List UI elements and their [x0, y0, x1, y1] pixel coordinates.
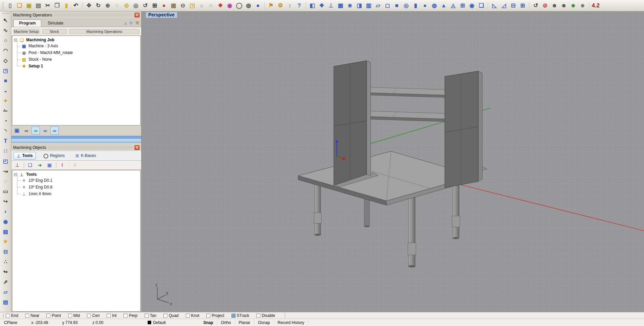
rotate-face-icon[interactable]: ↺: [531, 1, 540, 10]
osnap-toggle[interactable]: End: [6, 313, 18, 318]
polygon-icon[interactable]: ◇: [1, 56, 10, 66]
toolbar-grip[interactable]: [2, 2, 4, 10]
tab-k-bases[interactable]: ≣ K-Bases: [72, 152, 99, 160]
madcam-version-icon[interactable]: 4.2: [591, 1, 600, 10]
close-machining-objects-button[interactable]: x: [135, 145, 140, 150]
print-icon[interactable]: ▤: [34, 1, 43, 10]
osnap-toggle[interactable]: Disable: [256, 313, 275, 318]
zoom-dynamic-icon[interactable]: ⊕: [103, 1, 112, 10]
point-circles-icon[interactable]: ∴: [1, 257, 10, 267]
status-toggle[interactable]: Ortho: [220, 320, 232, 325]
undo-icon[interactable]: ↶: [71, 1, 80, 10]
pan-icon[interactable]: ✥: [84, 1, 94, 10]
move-copy-icon[interactable]: ⇗: [1, 277, 10, 287]
extrude-box-icon[interactable]: ◰: [1, 156, 10, 166]
car-named-view-icon[interactable]: ●: [159, 1, 169, 10]
surface-sweep-icon[interactable]: ◨: [355, 1, 364, 10]
osnap-toggle[interactable]: Project: [206, 313, 224, 318]
toolpath-points-icon[interactable]: ∞: [22, 126, 31, 134]
circle-icon[interactable]: ○: [1, 36, 10, 46]
osnap-checkbox[interactable]: [206, 314, 210, 318]
osnap-checkbox[interactable]: [256, 314, 260, 318]
render-shield-icon[interactable]: ❖: [216, 1, 225, 10]
text-icon[interactable]: T: [1, 136, 10, 146]
wire-sphere-icon[interactable]: ◯: [234, 1, 244, 10]
fillet-curve-icon[interactable]: ◝: [1, 126, 10, 136]
undo-view-icon[interactable]: ↺: [141, 1, 150, 10]
grid-fins-icon[interactable]: ▦: [336, 1, 345, 10]
flag-notify-icon[interactable]: ⚑: [266, 1, 276, 10]
status-toggle[interactable]: Planar: [238, 320, 251, 325]
zoom-window-icon[interactable]: ◌: [112, 1, 122, 10]
osnap-checkbox[interactable]: [6, 314, 10, 318]
cylinder-icon[interactable]: ▮: [411, 1, 420, 10]
array-surface-icon[interactable]: ▨: [1, 227, 10, 237]
shaded-sphere-icon[interactable]: ●: [253, 1, 263, 10]
gumball-icon[interactable]: ◳: [187, 1, 197, 10]
curve-cross-icon[interactable]: ⋇: [345, 1, 355, 10]
open-tool-library-button[interactable]: ❏: [25, 161, 35, 169]
close-machining-operations-button[interactable]: x: [135, 13, 140, 17]
machining-objects-titlebar[interactable]: Machining Objects x: [11, 144, 141, 151]
tab-simulate[interactable]: Simulate: [42, 19, 69, 27]
osnap-toggle[interactable]: STrack: [231, 313, 250, 318]
face-frame-icon[interactable]: ☻: [559, 1, 569, 10]
trim-icon[interactable]: ✁: [1, 106, 10, 116]
osnap-grip[interactable]: [3, 313, 4, 318]
face-small-icon[interactable]: ☻: [578, 1, 587, 10]
tool-item[interactable]: ▼ 10º Eng D0.8: [12, 184, 140, 191]
save-icon[interactable]: ▣: [24, 1, 34, 10]
show-holders-icon[interactable]: ∞: [41, 126, 49, 134]
blend-curve-icon[interactable]: ↪: [1, 197, 10, 207]
machining-operations-titlebar[interactable]: Machining Operations x: [11, 11, 141, 18]
box-face-icon[interactable]: ◻: [383, 1, 392, 10]
surface-rows-icon[interactable]: ▥: [364, 1, 373, 10]
sim-stock-icon[interactable]: ▣: [13, 126, 21, 134]
color-wheel-icon[interactable]: ◉: [225, 1, 234, 10]
surface-patch-icon[interactable]: ❖: [317, 1, 326, 10]
tree-root-tools[interactable]: ⊥ Tools: [12, 170, 140, 177]
surface-bend-icon[interactable]: ◗: [1, 207, 10, 217]
cplane-icon[interactable]: ⊥: [326, 1, 336, 10]
torus-icon[interactable]: ◎: [401, 1, 411, 10]
panel-options-icon[interactable]: ⚙ ▾: [129, 21, 133, 25]
viewport-title[interactable]: Perspective: [146, 12, 177, 18]
control-polygon-icon[interactable]: ▱: [373, 1, 383, 10]
tool-item[interactable]: ⊥ 1mm X 6mm: [12, 191, 140, 197]
boolean-union-icon[interactable]: ✦: [1, 96, 10, 106]
box-solid-icon[interactable]: ■: [392, 1, 401, 10]
sphere-icon[interactable]: ●: [420, 1, 430, 10]
osnap-toggle[interactable]: Perp: [123, 313, 137, 318]
revolve-icon[interactable]: ◒: [1, 86, 10, 96]
circle-snap-icon[interactable]: ⊖: [178, 1, 187, 10]
status-toggle[interactable]: Snap: [203, 320, 214, 325]
osnap-checkbox[interactable]: [107, 314, 111, 318]
tool-item[interactable]: ▼ 10º Eng D0.1: [12, 177, 140, 184]
collapse-expander-icon[interactable]: [14, 173, 17, 176]
extrude-left-icon[interactable]: ◺: [490, 1, 499, 10]
rotate-shear-icon[interactable]: ▱: [1, 287, 10, 297]
osnap-toggle[interactable]: Int: [107, 313, 116, 318]
tree-item-post[interactable]: ◉ Post - Mach3-MM_rotate: [12, 49, 140, 56]
osnap-toggle[interactable]: Tan: [145, 313, 156, 318]
gear-settings-icon[interactable]: ⚙: [276, 1, 285, 10]
tab-tools[interactable]: ⊥ Tools: [13, 152, 36, 160]
cut-icon[interactable]: ✂: [43, 1, 52, 10]
osnap-toggle[interactable]: Cen: [87, 313, 100, 318]
block-face-icon[interactable]: ⊘: [540, 1, 550, 10]
new-file-icon[interactable]: ▯: [5, 1, 15, 10]
osnap-toggle[interactable]: Mid: [68, 313, 80, 318]
ellipsoid-icon[interactable]: ◍: [430, 1, 439, 10]
zoom-selected-icon[interactable]: ⊙: [122, 1, 131, 10]
tree-item-machine[interactable]: ▣ Machine - 3 Axis: [12, 43, 140, 49]
osnap-checkbox[interactable]: [186, 314, 190, 318]
osnap-checkbox[interactable]: [87, 314, 91, 318]
arc-icon[interactable]: ◠: [1, 46, 10, 56]
delete-tool-button[interactable]: ✗: [70, 161, 79, 169]
ellipse-icon[interactable]: ◌: [1, 176, 10, 186]
status-toggle[interactable]: Osnap: [257, 320, 270, 325]
four-viewports-icon[interactable]: ⊞: [150, 1, 159, 10]
osnap-toggle[interactable]: Knot: [186, 313, 200, 318]
new-tool-button[interactable]: ⊥: [13, 161, 22, 169]
osnap-toggle[interactable]: Near: [25, 313, 39, 318]
